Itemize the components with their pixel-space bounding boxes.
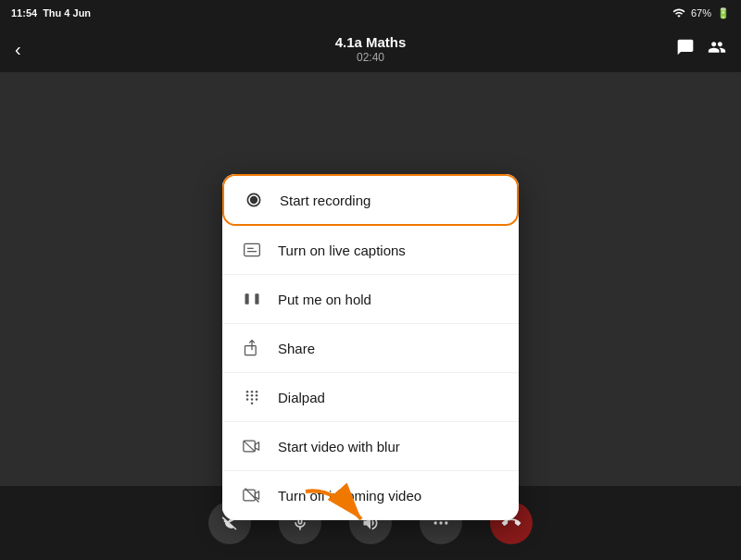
menu-item-start-recording[interactable]: Start recording	[224, 176, 517, 224]
svg-rect-20	[244, 490, 256, 501]
battery-icon: 🔋	[717, 7, 730, 19]
meeting-duration: 02:40	[335, 51, 407, 64]
svg-point-23	[434, 521, 437, 524]
share-label: Share	[278, 341, 315, 356]
svg-point-17	[251, 402, 254, 404]
wifi-icon	[672, 6, 685, 19]
video-blur-icon	[241, 435, 263, 457]
svg-point-9	[251, 391, 254, 393]
arrow-svg	[296, 482, 370, 529]
menu-item-share[interactable]: Share	[222, 324, 519, 373]
menu-item-hold[interactable]: Put me on hold	[222, 275, 519, 324]
svg-line-19	[244, 441, 256, 452]
svg-point-10	[256, 391, 258, 393]
svg-rect-2	[245, 243, 260, 255]
incoming-video-icon	[241, 484, 263, 506]
dialpad-icon	[241, 386, 263, 408]
hold-label: Put me on hold	[278, 292, 371, 307]
share-icon	[241, 337, 263, 359]
svg-point-15	[251, 398, 254, 401]
menu-item-dialpad[interactable]: Dialpad	[222, 373, 519, 422]
svg-rect-7	[245, 346, 257, 355]
menu-item-incoming-video[interactable]: Turn off incoming video	[222, 471, 519, 520]
video-blur-label: Start video with blur	[278, 439, 400, 454]
chat-icon[interactable]	[676, 38, 695, 61]
svg-rect-6	[255, 293, 258, 305]
battery-level: 67%	[691, 7, 711, 19]
menu-item-live-captions[interactable]: Turn on live captions	[222, 226, 519, 275]
meeting-title: 4.1a Maths	[335, 34, 407, 50]
header-icons	[676, 38, 726, 61]
svg-point-8	[246, 391, 249, 393]
hold-icon	[241, 288, 263, 310]
arrow-annotation	[296, 482, 370, 532]
back-button[interactable]: ‹	[15, 39, 21, 60]
svg-point-12	[251, 394, 254, 397]
svg-point-1	[250, 196, 257, 204]
svg-point-25	[445, 521, 447, 524]
status-bar: 11:54 Thu 4 Jun 67% 🔋	[0, 0, 741, 26]
captions-icon	[241, 239, 263, 261]
status-bar-right: 67% 🔋	[672, 6, 730, 19]
status-time: 11:54	[11, 7, 37, 19]
context-menu: Start recording Turn on live captions	[222, 174, 519, 520]
header-bar: ‹ 4.1a Maths 02:40	[0, 26, 741, 72]
header-title-block: 4.1a Maths 02:40	[335, 34, 407, 64]
participants-icon[interactable]	[708, 38, 726, 61]
status-bar-left: 11:54 Thu 4 Jun	[11, 7, 91, 19]
dialpad-label: Dialpad	[278, 390, 325, 405]
svg-point-13	[256, 394, 258, 397]
live-captions-label: Turn on live captions	[278, 243, 406, 258]
svg-point-11	[246, 394, 249, 397]
start-recording-label: Start recording	[280, 193, 370, 208]
svg-rect-5	[245, 293, 249, 305]
svg-point-14	[246, 398, 249, 401]
svg-point-24	[439, 521, 442, 524]
status-day: Thu 4 Jun	[43, 7, 91, 19]
record-icon	[243, 189, 265, 211]
menu-item-video-blur[interactable]: Start video with blur	[222, 422, 519, 471]
svg-point-16	[256, 398, 258, 401]
